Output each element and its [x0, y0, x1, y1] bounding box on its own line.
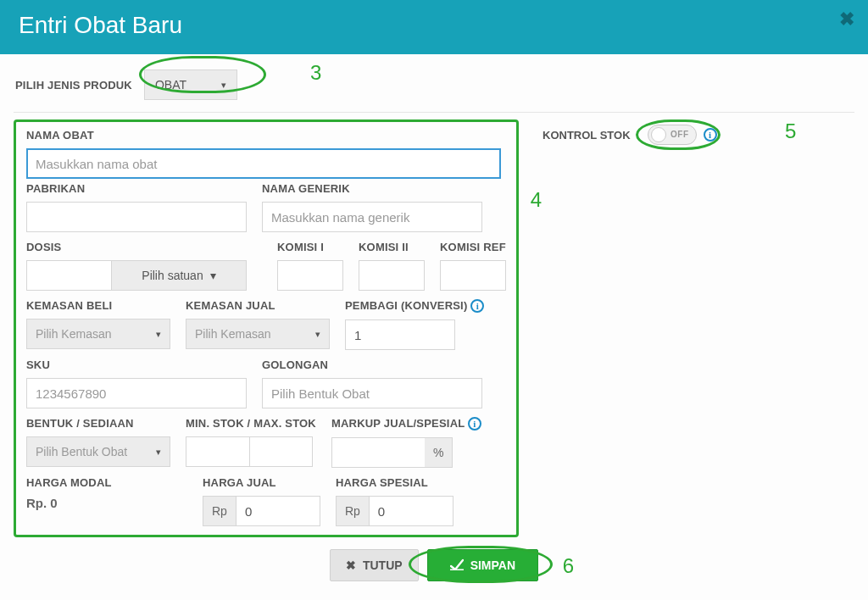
- bentuk-label: BENTUK / SEDIAAN: [26, 417, 170, 430]
- close-button-label: TUTUP: [363, 558, 403, 572]
- sku-input[interactable]: [26, 378, 247, 408]
- golongan-label: GOLONGAN: [262, 358, 482, 371]
- annotation-number-6: 6: [563, 554, 574, 578]
- modal-title: Entri Obat Baru: [19, 12, 182, 38]
- markup-group: %: [331, 437, 481, 468]
- kemasan-beli-label: KEMASAN BELI: [26, 299, 170, 312]
- annotation-number-5: 5: [785, 119, 796, 143]
- main-columns: 4 NAMA OBAT PABRIKAN NAMA GENERIK: [14, 113, 854, 537]
- rp-prefix: Rp: [203, 496, 236, 526]
- nama-obat-input[interactable]: [26, 148, 501, 179]
- right-panel: KONTROL STOK OFF i 5: [542, 119, 854, 537]
- pabrikan-label: PABRIKAN: [26, 182, 247, 195]
- kontrol-stok-label: KONTROL STOK: [542, 129, 631, 142]
- toggle-text: OFF: [670, 130, 689, 139]
- modal-header: Entri Obat Baru ✖: [0, 0, 868, 54]
- caret-down-icon: ▾: [210, 269, 216, 282]
- harga-modal-value: Rp. 0: [26, 496, 187, 510]
- golongan-select[interactable]: [262, 378, 482, 408]
- harga-spesial-group: Rp: [336, 496, 453, 526]
- harga-jual-label: HARGA JUAL: [203, 476, 320, 489]
- modal: Entri Obat Baru ✖ PILIH JENIS PRODUK OBA…: [0, 0, 868, 590]
- nama-generik-label: NAMA GENERIK: [262, 182, 482, 195]
- minmax-label: MIN. STOK / MAX. STOK: [186, 417, 316, 430]
- pabrikan-input[interactable]: [26, 202, 247, 232]
- harga-jual-group: Rp: [203, 496, 320, 526]
- komisi1-label: KOMISI I: [277, 241, 343, 253]
- kemasan-beli-placeholder: Pilih Kemasan: [36, 327, 112, 341]
- kemasan-jual-placeholder: Pilih Kemasan: [195, 327, 271, 341]
- modal-footer: ✖ TUTUP SIMPAN 6: [14, 537, 854, 590]
- caret-down-icon: ▾: [315, 329, 320, 340]
- dosis-label: DOSIS: [26, 241, 247, 253]
- kemasan-jual-label: KEMASAN JUAL: [186, 299, 330, 312]
- bentuk-placeholder: Pilih Bentuk Obat: [36, 445, 127, 458]
- bentuk-select[interactable]: Pilih Bentuk Obat ▾: [26, 436, 170, 467]
- komisiref-label: KOMISI REF: [440, 241, 506, 253]
- min-stok-input[interactable]: [186, 436, 249, 467]
- harga-spesial-input[interactable]: [369, 496, 453, 526]
- dosis-unit-placeholder: Pilih satuan: [142, 269, 203, 282]
- percent-suffix: %: [425, 437, 453, 468]
- markup-input[interactable]: [331, 437, 425, 468]
- left-panel: 4 NAMA OBAT PABRIKAN NAMA GENERIK: [14, 119, 519, 537]
- info-icon[interactable]: i: [470, 299, 484, 313]
- info-icon[interactable]: i: [704, 128, 717, 142]
- dosis-unit-select[interactable]: Pilih satuan ▾: [111, 260, 247, 291]
- caret-down-icon: ▾: [156, 329, 161, 340]
- markup-label: MARKUP JUAL/SPESIAL i: [331, 417, 481, 431]
- nama-generik-input[interactable]: [262, 202, 482, 232]
- product-type-row: PILIH JENIS PRODUK OBAT ▾ 3: [14, 63, 854, 113]
- komisi2-input[interactable]: [359, 260, 425, 291]
- pembagi-input[interactable]: [345, 319, 455, 350]
- pembagi-label: PEMBAGI (KONVERSI) i: [345, 299, 484, 313]
- kemasan-jual-select[interactable]: Pilih Kemasan ▾: [186, 319, 330, 349]
- kontrol-stok-row: KONTROL STOK OFF i 5: [542, 125, 854, 145]
- harga-spesial-label: HARGA SPESIAL: [336, 476, 453, 489]
- kemasan-beli-select[interactable]: Pilih Kemasan ▾: [26, 319, 170, 349]
- minmax-group: [186, 436, 316, 467]
- product-type-select[interactable]: OBAT ▾: [144, 69, 237, 100]
- dosis-input[interactable]: [26, 260, 111, 291]
- komisi1-input[interactable]: [277, 260, 343, 291]
- product-type-label: PILIH JENIS PRODUK: [15, 79, 132, 92]
- max-stok-input[interactable]: [249, 436, 313, 467]
- rp-prefix: Rp: [336, 496, 369, 526]
- x-icon: ✖: [346, 558, 356, 572]
- kontrol-stok-toggle[interactable]: OFF: [648, 125, 697, 145]
- sku-label: SKU: [26, 358, 247, 371]
- save-button[interactable]: SIMPAN: [427, 549, 538, 581]
- close-button[interactable]: ✖ TUTUP: [330, 549, 419, 581]
- annotation-number-3: 3: [310, 61, 321, 85]
- toggle-knob: [651, 127, 666, 142]
- modal-body: PILIH JENIS PRODUK OBAT ▾ 3 4 NAMA OBAT: [0, 54, 868, 590]
- caret-down-icon: ▾: [156, 447, 161, 458]
- komisi2-label: KOMISI II: [359, 241, 425, 253]
- close-icon[interactable]: ✖: [839, 8, 854, 31]
- komisiref-input[interactable]: [440, 260, 506, 291]
- info-icon[interactable]: i: [468, 417, 481, 431]
- save-icon: [450, 558, 464, 573]
- caret-down-icon: ▾: [221, 80, 226, 91]
- product-type-value: OBAT: [155, 78, 186, 92]
- harga-modal-label: HARGA MODAL: [26, 476, 187, 489]
- save-button-label: SIMPAN: [470, 558, 515, 572]
- harga-jual-input[interactable]: [236, 496, 320, 526]
- nama-obat-label: NAMA OBAT: [26, 129, 506, 142]
- annotation-number-4: 4: [531, 188, 542, 212]
